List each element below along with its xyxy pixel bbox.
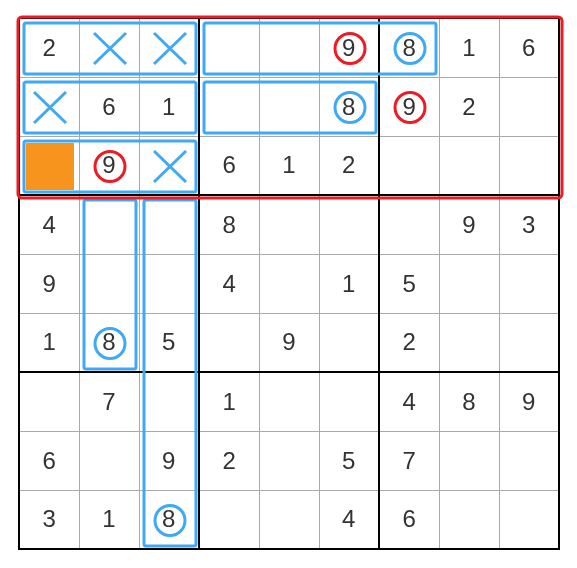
- cell-r6-c8[interactable]: 9: [499, 372, 559, 431]
- cell-r3-c6[interactable]: [379, 195, 439, 254]
- cell-r8-c2[interactable]: 8: [139, 490, 199, 549]
- cell-r6-c5[interactable]: [319, 372, 379, 431]
- cell-r8-c5[interactable]: 4: [319, 490, 379, 549]
- cell-r1-c7[interactable]: 2: [439, 77, 499, 136]
- cell-r0-c6[interactable]: 8: [379, 18, 439, 77]
- cell-r2-c7[interactable]: [439, 136, 499, 195]
- cell-r0-c7[interactable]: 1: [439, 18, 499, 77]
- cell-r5-c7[interactable]: [439, 313, 499, 372]
- cell-r1-c2[interactable]: 1: [139, 77, 199, 136]
- cell-r3-c4[interactable]: [259, 195, 319, 254]
- cell-r4-c7[interactable]: [439, 254, 499, 313]
- cell-r1-c5[interactable]: 8: [319, 77, 379, 136]
- cell-r0-c5[interactable]: 9: [319, 18, 379, 77]
- cell-r5-c1[interactable]: 8: [79, 313, 139, 372]
- cell-r7-c2[interactable]: 9: [139, 431, 199, 490]
- cell-r1-c8[interactable]: [499, 77, 559, 136]
- cell-r3-c1[interactable]: [79, 195, 139, 254]
- cell-r2-c1[interactable]: 9: [79, 136, 139, 195]
- cell-r4-c0[interactable]: 9: [19, 254, 79, 313]
- cell-r6-c1[interactable]: 7: [79, 372, 139, 431]
- cell-r1-c3[interactable]: [199, 77, 259, 136]
- cell-r4-c4[interactable]: [259, 254, 319, 313]
- cell-r6-c6[interactable]: 4: [379, 372, 439, 431]
- cell-r2-c8[interactable]: [499, 136, 559, 195]
- cell-r5-c6[interactable]: 2: [379, 313, 439, 372]
- cell-r1-c0[interactable]: [19, 77, 79, 136]
- sudoku-grid: 2981661892961248939415185927148969257318…: [18, 17, 560, 550]
- sudoku-board: 2981661892961248939415185927148969257318…: [10, 10, 567, 558]
- cell-r3-c8[interactable]: 3: [499, 195, 559, 254]
- cell-r0-c8[interactable]: 6: [499, 18, 559, 77]
- cell-r4-c1[interactable]: [79, 254, 139, 313]
- cell-r6-c4[interactable]: [259, 372, 319, 431]
- cell-r0-c3[interactable]: [199, 18, 259, 77]
- cell-r0-c1[interactable]: [79, 18, 139, 77]
- cell-r3-c3[interactable]: 8: [199, 195, 259, 254]
- cell-r4-c3[interactable]: 4: [199, 254, 259, 313]
- cell-r8-c8[interactable]: [499, 490, 559, 549]
- cell-r8-c6[interactable]: 6: [379, 490, 439, 549]
- cell-r3-c2[interactable]: [139, 195, 199, 254]
- cell-r5-c2[interactable]: 5: [139, 313, 199, 372]
- cell-r7-c8[interactable]: [499, 431, 559, 490]
- cell-r4-c6[interactable]: 5: [379, 254, 439, 313]
- cell-r8-c4[interactable]: [259, 490, 319, 549]
- cell-r0-c0[interactable]: 2: [19, 18, 79, 77]
- cell-r4-c8[interactable]: [499, 254, 559, 313]
- cell-r6-c0[interactable]: [19, 372, 79, 431]
- cell-r2-c0[interactable]: [19, 136, 79, 195]
- cell-r4-c2[interactable]: [139, 254, 199, 313]
- cell-r8-c0[interactable]: 3: [19, 490, 79, 549]
- cell-r8-c7[interactable]: [439, 490, 499, 549]
- cell-r5-c5[interactable]: [319, 313, 379, 372]
- cell-r7-c5[interactable]: 5: [319, 431, 379, 490]
- cell-r1-c1[interactable]: 6: [79, 77, 139, 136]
- cell-r5-c3[interactable]: [199, 313, 259, 372]
- cell-r7-c0[interactable]: 6: [19, 431, 79, 490]
- cell-r2-c2[interactable]: [139, 136, 199, 195]
- cell-r8-c3[interactable]: [199, 490, 259, 549]
- cell-r7-c6[interactable]: 7: [379, 431, 439, 490]
- cell-r5-c0[interactable]: 1: [19, 313, 79, 372]
- cell-r7-c7[interactable]: [439, 431, 499, 490]
- cell-r6-c3[interactable]: 1: [199, 372, 259, 431]
- cell-r5-c4[interactable]: 9: [259, 313, 319, 372]
- cell-r3-c7[interactable]: 9: [439, 195, 499, 254]
- cell-r7-c4[interactable]: [259, 431, 319, 490]
- cell-r7-c1[interactable]: [79, 431, 139, 490]
- cell-r2-c6[interactable]: [379, 136, 439, 195]
- cell-r0-c2[interactable]: [139, 18, 199, 77]
- cell-r8-c1[interactable]: 1: [79, 490, 139, 549]
- cell-r6-c2[interactable]: [139, 372, 199, 431]
- cell-r0-c4[interactable]: [259, 18, 319, 77]
- cell-r2-c4[interactable]: 1: [259, 136, 319, 195]
- cell-r3-c5[interactable]: [319, 195, 379, 254]
- cell-r4-c5[interactable]: 1: [319, 254, 379, 313]
- cell-r5-c8[interactable]: [499, 313, 559, 372]
- cell-r6-c7[interactable]: 8: [439, 372, 499, 431]
- cell-r1-c4[interactable]: [259, 77, 319, 136]
- cell-r7-c3[interactable]: 2: [199, 431, 259, 490]
- cell-r1-c6[interactable]: 9: [379, 77, 439, 136]
- cell-r2-c5[interactable]: 2: [319, 136, 379, 195]
- cell-r2-c3[interactable]: 6: [199, 136, 259, 195]
- cell-r3-c0[interactable]: 4: [19, 195, 79, 254]
